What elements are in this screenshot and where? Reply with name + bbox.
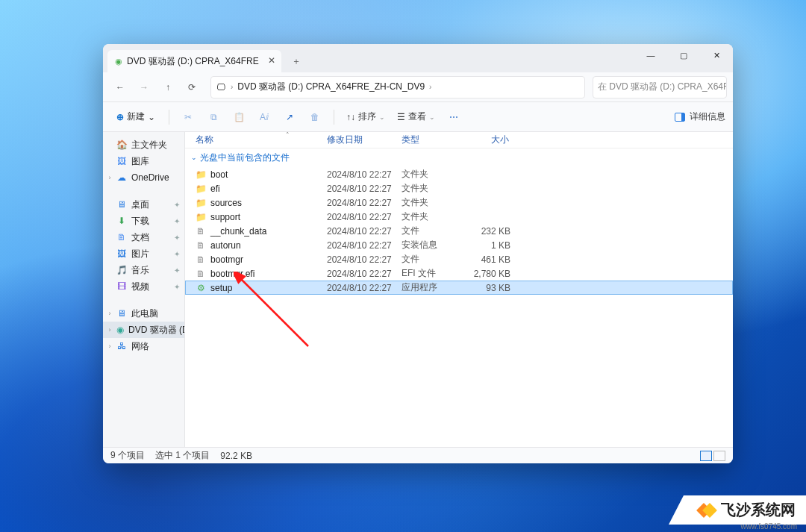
file-size: 2,780 KB <box>463 269 515 279</box>
view-thumbnails-button[interactable] <box>713 451 725 461</box>
sidebar-item-network[interactable]: › 🖧 网络 <box>103 338 184 354</box>
sidebar-item-label: 音乐 <box>131 264 149 277</box>
nav-back-button[interactable]: ← <box>109 76 131 98</box>
file-type: 应用程序 <box>402 281 463 294</box>
expand-icon[interactable]: › <box>106 326 113 334</box>
sidebar-item-videos[interactable]: 🎞 视频 ✦ <box>103 278 184 295</box>
new-tab-button[interactable]: ＋ <box>286 51 307 72</box>
titlebar: ◉ DVD 驱动器 (D:) CPRA_X64FRE ✕ ＋ — ▢ ✕ <box>103 44 733 72</box>
sidebar-item-dvd-drive[interactable]: › ◉ DVD 驱动器 (D:) C <box>103 322 184 338</box>
file-name: setup <box>210 283 232 293</box>
sidebar-item-pictures[interactable]: 🖼 图片 ✦ <box>103 245 184 262</box>
details-pane-icon <box>675 113 685 122</box>
sidebar-item-home[interactable]: 🏠 主文件夹 <box>103 137 184 153</box>
sidebar-item-label: 主文件夹 <box>131 139 167 151</box>
status-selection: 选中 1 个项目 <box>155 449 210 462</box>
sidebar-item-thispc[interactable]: › 🖥 此电脑 <box>103 305 184 322</box>
view-label: 查看 <box>408 110 426 123</box>
file-row[interactable]: 🗎bootmgr2024/8/10 22:27文件461 KB <box>185 252 733 266</box>
sidebar-item-label: 下载 <box>131 215 149 228</box>
new-button[interactable]: ⊕ 新建 ⌄ <box>110 107 161 126</box>
search-placeholder: 在 DVD 驱动器 (D:) CPRA_X64FRE_ZH <box>598 81 727 93</box>
view-details-button[interactable] <box>700 451 712 461</box>
sidebar-item-gallery[interactable]: 🖼 图库 <box>103 153 184 169</box>
file-row[interactable]: 🗎__chunk_data2024/8/10 22:27文件232 KB <box>185 224 733 238</box>
expand-icon[interactable]: › <box>106 342 113 350</box>
file-row[interactable]: 📁boot2024/8/10 22:27文件夹 <box>185 167 733 181</box>
sidebar-item-label: 桌面 <box>131 198 149 211</box>
file-date: 2024/8/10 22:27 <box>327 184 402 194</box>
file-icon: 🗎 <box>196 226 206 237</box>
file-name: efi <box>210 184 220 194</box>
search-box[interactable]: 在 DVD 驱动器 (D:) CPRA_X64FRE_ZH 🔍 <box>593 76 727 98</box>
column-type[interactable]: 类型 <box>402 134 463 146</box>
file-list[interactable]: ⌄ 光盘中当前包含的文件 📁boot2024/8/10 22:27文件夹📁efi… <box>185 148 733 447</box>
sidebar-item-music[interactable]: 🎵 音乐 ✦ <box>103 262 184 278</box>
separator <box>169 110 169 125</box>
share-button[interactable]: ↗ <box>278 106 301 128</box>
disc-icon: ◉ <box>116 325 124 335</box>
sort-asc-icon: ˄ <box>286 131 290 139</box>
nav-forward-button[interactable]: → <box>133 76 155 98</box>
watermark-badge: 飞沙系统网 <box>669 495 806 525</box>
sidebar-item-downloads[interactable]: ⬇ 下载 ✦ <box>103 213 184 229</box>
file-row[interactable]: 🗎bootmgr.efi2024/8/10 22:27EFI 文件2,780 K… <box>185 266 733 281</box>
delete-button[interactable]: 🗑 <box>304 106 326 128</box>
address-segment[interactable]: DVD 驱动器 (D:) CPRA_X64FRE_ZH-CN_DV9 <box>237 81 425 93</box>
file-row[interactable]: ⚙setup2024/8/10 22:27应用程序93 KB <box>185 281 733 295</box>
file-row[interactable]: 📁sources2024/8/10 22:27文件夹 <box>185 195 733 210</box>
folder-icon: 📁 <box>196 169 206 180</box>
window-controls: — ▢ ✕ <box>634 44 733 66</box>
cut-button[interactable]: ✂ <box>177 106 199 128</box>
sidebar-item-label: 视频 <box>131 281 149 293</box>
new-label: 新建 <box>127 110 145 123</box>
rename-button[interactable]: Aⅈ <box>253 106 275 128</box>
expand-icon[interactable]: › <box>106 310 113 317</box>
sidebar-item-onedrive[interactable]: › ☁ OneDrive <box>103 169 184 186</box>
sidebar-item-desktop[interactable]: 🖥 桌面 ✦ <box>103 196 184 213</box>
maximize-button[interactable]: ▢ <box>667 44 700 66</box>
separator <box>334 110 334 125</box>
paste-button[interactable]: 📋 <box>228 106 250 128</box>
file-date: 2024/8/10 22:27 <box>327 212 402 222</box>
file-date: 2024/8/10 22:27 <box>327 283 402 293</box>
monitor-icon: 🖵 <box>216 82 226 93</box>
column-date[interactable]: 修改日期 <box>327 134 402 146</box>
view-mode-switch <box>700 451 725 461</box>
nav-refresh-button[interactable]: ⟳ <box>181 76 203 98</box>
explorer-window: ◉ DVD 驱动器 (D:) CPRA_X64FRE ✕ ＋ — ▢ ✕ ← →… <box>103 44 733 463</box>
more-button[interactable]: ⋯ <box>443 106 465 128</box>
group-header[interactable]: ⌄ 光盘中当前包含的文件 <box>185 148 733 167</box>
file-date: 2024/8/10 22:27 <box>327 269 402 279</box>
file-type: 文件夹 <box>402 182 463 195</box>
view-button[interactable]: ☰ 查看 ⌄ <box>393 107 440 126</box>
sidebar-item-label: OneDrive <box>131 172 169 183</box>
sort-button[interactable]: ↑↓ 排序 ⌄ <box>342 107 390 126</box>
nav-up-button[interactable]: ↑ <box>157 76 179 98</box>
sidebar-item-label: 图片 <box>131 248 149 260</box>
plus-icon: ⊕ <box>116 112 124 122</box>
column-size[interactable]: 大小 <box>463 134 515 146</box>
network-icon: 🖧 <box>116 341 127 351</box>
file-date: 2024/8/10 22:27 <box>327 169 402 180</box>
address-bar[interactable]: 🖵 › DVD 驱动器 (D:) CPRA_X64FRE_ZH-CN_DV9 › <box>210 76 585 98</box>
column-date-label: 修改日期 <box>327 134 363 145</box>
file-row[interactable]: 📁support2024/8/10 22:27文件夹 <box>185 210 733 224</box>
window-tab[interactable]: ◉ DVD 驱动器 (D:) CPRA_X64FRE ✕ <box>107 50 281 72</box>
file-type: 文件夹 <box>402 210 463 223</box>
minimize-button[interactable]: — <box>634 44 667 66</box>
column-name[interactable]: 名称 ˄ <box>196 134 327 146</box>
expand-icon[interactable]: › <box>106 174 113 181</box>
window-close-button[interactable]: ✕ <box>700 44 733 66</box>
tab-close-icon[interactable]: ✕ <box>268 55 275 66</box>
file-row[interactable]: 🗎autorun2024/8/10 22:27安装信息1 KB <box>185 238 733 252</box>
sidebar-item-documents[interactable]: 🗎 文档 ✦ <box>103 229 184 245</box>
chevron-down-icon: ⌄ <box>148 112 155 122</box>
status-item-count: 9 个项目 <box>110 449 145 462</box>
file-size: 461 KB <box>463 254 515 265</box>
copy-button[interactable]: ⧉ <box>202 106 225 128</box>
desktop-icon: 🖥 <box>116 199 127 210</box>
file-row[interactable]: 📁efi2024/8/10 22:27文件夹 <box>185 181 733 195</box>
details-pane-toggle[interactable]: 详细信息 <box>675 110 725 123</box>
pin-icon: ✦ <box>174 201 180 209</box>
